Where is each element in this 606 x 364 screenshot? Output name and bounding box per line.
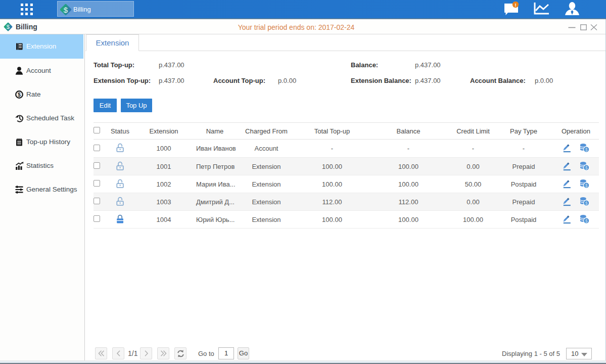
svg-text:$: $ — [18, 92, 21, 98]
svg-text:$: $ — [64, 6, 68, 14]
svg-text:!: ! — [515, 2, 516, 8]
